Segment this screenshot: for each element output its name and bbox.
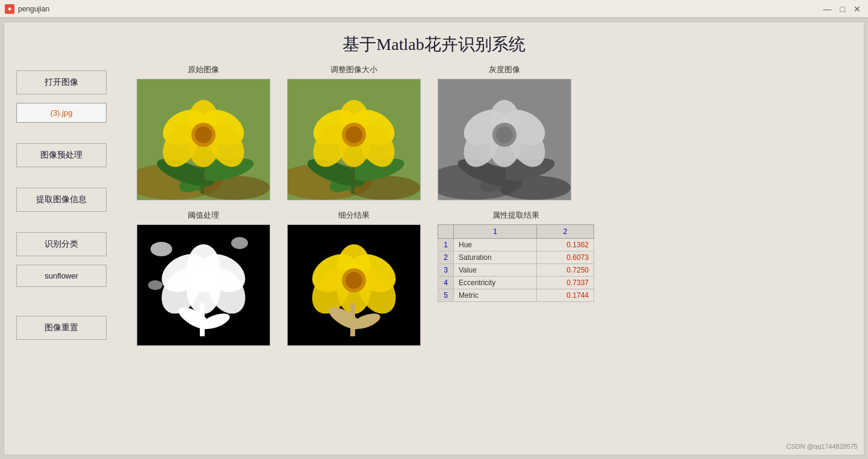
table-row: 3 Value 0.7250: [438, 264, 594, 277]
top-image-row: 原始图像: [137, 64, 852, 200]
gray-image: [438, 79, 571, 200]
row-index: 2: [438, 251, 454, 264]
row-index: 5: [438, 289, 454, 302]
content-area: 打开图像 (3).jpg 图像预处理 提取图像信息 识别分类 sunflower…: [4, 64, 864, 455]
gray-image-panel: 灰度图像: [438, 64, 571, 200]
resized-image-panel: 调整图像大小: [287, 64, 421, 200]
threshold-image-panel: 阈值处理: [137, 210, 270, 346]
window-controls: — □ ✕: [821, 4, 863, 14]
bottom-image-row: 阈值处理: [137, 210, 852, 346]
original-image-panel: 原始图像: [137, 64, 270, 200]
original-flower-svg: [137, 79, 270, 200]
row-property: Eccentricity: [454, 277, 537, 289]
svg-point-52: [191, 268, 215, 292]
attr-label: 属性提取结果: [438, 210, 594, 221]
row-property: Value: [454, 264, 537, 277]
filename-display: (3).jpg: [16, 103, 107, 123]
gray-flower-svg: [438, 79, 571, 200]
gray-image-box: [438, 79, 571, 200]
reset-button[interactable]: 图像重置: [16, 316, 107, 340]
row-index: 1: [438, 239, 454, 251]
title-bar: pengujian — □ ✕: [0, 0, 868, 18]
threshold-flower-svg: [137, 225, 270, 345]
row-value: 0.1362: [537, 239, 594, 251]
watermark: CSDN @qq1744828575: [786, 443, 858, 450]
threshold-image: [137, 225, 270, 345]
row-value: 0.1744: [537, 289, 594, 302]
attr-panel: 属性提取结果 1 2 1 Hue 0.1362 2 Saturatio: [438, 210, 594, 302]
right-content: 原始图像: [137, 64, 852, 449]
maximize-button[interactable]: □: [838, 4, 848, 14]
title-bar-text: pengujian: [18, 5, 49, 13]
table-row: 2 Saturation 0.6073: [438, 251, 594, 264]
original-image-box: [137, 79, 270, 200]
segment-image-box: [287, 224, 421, 346]
gray-label: 灰度图像: [489, 64, 520, 75]
row-index: 3: [438, 264, 454, 277]
row-index: 4: [438, 277, 454, 289]
resized-flower-svg: [288, 79, 420, 200]
table-row: 4 Eccentricity 0.7337: [438, 277, 594, 289]
threshold-image-box: [137, 224, 270, 346]
resized-image: [288, 79, 420, 200]
segment-label: 细分结果: [338, 210, 370, 221]
minimize-button[interactable]: —: [821, 4, 834, 14]
table-row: 5 Metric 0.1744: [438, 289, 594, 302]
app-title: 基于Matlab花卉识别系统: [4, 22, 864, 64]
table-row: 1 Hue 0.1362: [438, 239, 594, 251]
original-image: [137, 79, 270, 200]
svg-point-29: [346, 126, 362, 143]
svg-point-14: [195, 126, 212, 143]
classify-result: sunflower: [16, 265, 107, 287]
app-icon: [5, 4, 14, 14]
resized-image-box: [287, 79, 421, 200]
row-property: Saturation: [454, 251, 537, 264]
preprocess-button[interactable]: 图像预处理: [16, 143, 107, 167]
attr-table: 1 2 1 Hue 0.1362 2 Saturation 0.6073 3 V…: [438, 224, 594, 302]
segment-flower-svg: [288, 225, 420, 345]
segment-image: [288, 225, 420, 345]
close-button[interactable]: ✕: [851, 4, 863, 14]
segment-image-panel: 细分结果: [287, 210, 421, 346]
svg-point-57: [231, 237, 248, 249]
left-panel: 打开图像 (3).jpg 图像预处理 提取图像信息 识别分类 sunflower…: [16, 64, 125, 449]
attr-header-index: [438, 225, 454, 239]
threshold-label: 阈值处理: [188, 210, 219, 221]
row-property: Metric: [454, 289, 537, 302]
svg-point-67: [346, 272, 362, 289]
main-container: 基于Matlab花卉识别系统 打开图像 (3).jpg 图像预处理 提取图像信息…: [4, 22, 864, 455]
extract-button[interactable]: 提取图像信息: [16, 188, 107, 212]
original-label: 原始图像: [188, 64, 219, 75]
row-value: 0.7337: [537, 277, 594, 289]
classify-button[interactable]: 识别分类: [16, 232, 107, 256]
resized-label: 调整图像大小: [330, 64, 377, 75]
open-image-button[interactable]: 打开图像: [16, 70, 107, 94]
attr-header-col1: 1: [454, 225, 537, 239]
row-value: 0.7250: [537, 264, 594, 277]
row-property: Hue: [454, 239, 537, 251]
attr-header-col2: 2: [537, 225, 594, 239]
svg-point-44: [496, 126, 513, 143]
svg-point-58: [148, 280, 163, 290]
row-value: 0.6073: [537, 251, 594, 264]
svg-point-56: [150, 242, 172, 256]
